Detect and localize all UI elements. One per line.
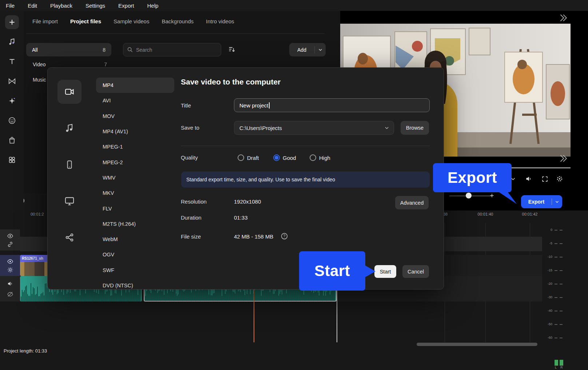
left-toolbar [0,11,24,210]
smiley-icon [8,117,16,125]
format-option[interactable]: M2TS (H.264) [96,216,174,232]
track-header-1 [0,229,20,251]
tab-file-import[interactable]: File import [32,18,58,24]
transitions-tool-button[interactable] [5,74,19,88]
format-option[interactable]: DVD (NTSC) [96,278,174,290]
zoom-in-button[interactable] [489,193,495,198]
meter-scale-label: -60 [544,336,552,339]
stickers-tool-button[interactable] [5,114,19,127]
filter-all-button[interactable]: All 8 [26,43,111,56]
export-button[interactable]: Export [521,195,562,208]
export-dropdown-button[interactable] [552,200,562,204]
meter-tick [555,243,557,244]
add-button-label: Add [289,47,314,53]
text-icon [8,58,16,65]
eye-off-icon[interactable] [7,291,13,298]
media-row-count: 7 [104,62,107,67]
format-option[interactable]: MKV [96,185,174,201]
target-device-button[interactable] [57,153,82,177]
file-size-help-button[interactable]: ? [281,232,288,240]
tab-sample-videos[interactable]: Sample videos [114,18,149,24]
meter-channel-label: R [560,366,563,369]
format-option[interactable]: FLV [96,201,174,216]
save-to-select[interactable]: C:\Users\Projects [234,121,394,135]
start-button[interactable]: Start [374,265,396,278]
preview-settings-button[interactable] [554,173,565,184]
format-option[interactable]: MPEG-1 [96,139,174,154]
title-input[interactable]: New project [234,98,430,112]
meter-tick [555,311,557,311]
format-option[interactable]: MOV [96,109,174,124]
app-window: File Edit Playback Settings Export Help [0,0,588,370]
meter-scale-label: -50 [544,322,552,326]
link-icon[interactable] [7,241,13,248]
radio-good[interactable] [273,154,280,161]
cancel-button[interactable]: Cancel [402,265,429,278]
eye-icon[interactable] [7,233,13,239]
audio-tool-button[interactable] [5,35,19,49]
menu-export[interactable]: Export [118,3,134,9]
save-to-value: C:\Users\Projects [239,125,282,131]
meter-tick [560,284,563,284]
add-dropdown-button[interactable] [315,47,326,52]
tab-intro-videos[interactable]: Intro videos [206,18,234,24]
menu-help[interactable]: Help [147,3,158,9]
meter-tick [560,311,563,311]
effects-tool-button[interactable] [5,94,19,108]
format-option[interactable]: OGV [96,247,174,262]
menu-file[interactable]: File [6,3,15,9]
speaker-icon[interactable] [7,280,13,287]
duration-value: 01:33 [234,214,248,221]
format-option[interactable]: MP4 [96,78,174,93]
templates-tool-button[interactable] [5,153,19,167]
panel-collapse-handle-top[interactable] [558,13,568,23]
panel-collapse-handle-bottom[interactable] [558,154,568,163]
timeline-scrollbar[interactable] [417,343,537,346]
browse-button[interactable]: Browse [401,121,429,135]
format-option[interactable]: SWF [96,263,174,278]
filter-all-label: All [32,47,38,53]
text-caret [269,102,270,109]
target-audio-button[interactable] [57,116,82,140]
tab-project-files[interactable]: Project files [70,18,101,24]
volume-button[interactable] [523,173,534,184]
export-callout: Export [433,163,512,192]
menu-edit[interactable]: Edit [28,3,37,9]
target-video-button[interactable] [57,80,82,104]
tab-backgrounds[interactable]: Backgrounds [162,18,194,24]
store-tool-button[interactable] [5,133,19,147]
search-input[interactable] [136,47,209,53]
menu-playback[interactable]: Playback [50,3,72,9]
meter-tick [555,230,557,231]
ruler-timestamp: 00:01:42 [515,212,544,216]
music-note-icon [8,38,16,46]
format-option[interactable]: AVI [96,93,174,108]
fullscreen-button[interactable] [539,173,550,184]
quality-info-text: Standard export time, size, and quality.… [186,177,335,182]
text-tool-button[interactable] [5,55,19,68]
radio-high[interactable] [310,154,316,161]
advanced-button[interactable]: Advanced [395,196,429,209]
add-button[interactable]: Add [289,43,326,56]
format-option[interactable]: WebM [96,232,174,247]
shopping-bag-icon [8,136,16,144]
format-option[interactable]: MP4 (AV1) [96,124,174,139]
media-row-label: Music [33,77,46,83]
target-share-button[interactable] [57,225,82,249]
format-option[interactable]: WMV [96,170,174,185]
zoom-slider-handle[interactable] [466,193,472,198]
menu-settings[interactable]: Settings [86,3,105,9]
radio-draft[interactable] [238,154,244,161]
target-tv-button[interactable] [57,189,82,213]
eye-icon[interactable] [7,258,13,265]
radio-good-label: Good [283,155,296,161]
meter-scale-label: -20 [544,282,552,286]
meter-tick [560,270,563,271]
file-size-label: File size [181,233,201,240]
format-option[interactable]: MPEG-2 [96,154,174,170]
export-button-label: Export [521,199,552,205]
sort-button[interactable] [228,46,236,54]
brightness-icon[interactable] [7,267,13,273]
add-media-button[interactable] [5,15,19,29]
tabs-divider [26,34,325,34]
